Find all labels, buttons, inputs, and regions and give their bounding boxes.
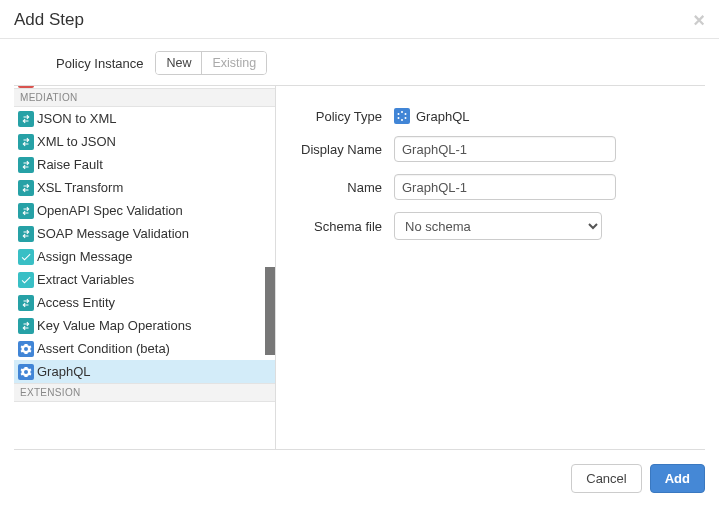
dialog-header: Add Step ×: [0, 0, 719, 38]
gear-icon: [18, 364, 34, 380]
policy-instance-existing-button[interactable]: Existing: [201, 52, 266, 74]
policy-form: Policy Type GraphQL Display Name Name: [276, 86, 705, 449]
add-button[interactable]: Add: [650, 464, 705, 493]
name-label: Name: [294, 180, 394, 195]
policy-instance-toggle: New Existing: [155, 51, 267, 75]
sidebar-item-label: OpenAPI Spec Validation: [37, 202, 183, 219]
swap-icon: [18, 203, 34, 219]
swap-icon: [18, 157, 34, 173]
dialog-title: Add Step: [14, 10, 84, 30]
sidebar-item-soap-message-validation[interactable]: SOAP Message Validation: [14, 222, 275, 245]
sidebar-item-label: Assert Condition (beta): [37, 340, 170, 357]
policy-instance-new-button[interactable]: New: [156, 52, 201, 74]
sidebar-item-label: JSON to XML: [37, 110, 116, 127]
name-input[interactable]: [394, 174, 616, 200]
sidebar-item-xsl-transform[interactable]: XSL Transform: [14, 176, 275, 199]
sidebar-item-label: Assign Message: [37, 248, 132, 265]
policy-instance-label: Policy Instance: [56, 56, 143, 71]
display-name-label: Display Name: [294, 142, 394, 157]
dialog-body: MEDIATIONJSON to XMLXML to JSONRaise Fau…: [14, 85, 705, 450]
sidebar-item-key-value-map-operations[interactable]: Key Value Map Operations: [14, 314, 275, 337]
close-icon[interactable]: ×: [693, 10, 705, 30]
sidebar-group-header: EXTENSION: [14, 383, 275, 402]
scrollbar-thumb[interactable]: [265, 267, 275, 355]
sidebar-item-label: GraphQL: [37, 363, 90, 380]
sidebar-item-label: Extract Variables: [37, 271, 134, 288]
sidebar-item-extract-variables[interactable]: Extract Variables: [14, 268, 275, 291]
schema-file-label: Schema file: [294, 219, 394, 234]
check-icon: [18, 272, 34, 288]
swap-icon: [18, 226, 34, 242]
swap-icon: [18, 111, 34, 127]
swap-icon: [18, 318, 34, 334]
policy-list-sidebar: MEDIATIONJSON to XMLXML to JSONRaise Fau…: [14, 86, 276, 449]
sidebar-group-header: MEDIATION: [14, 88, 275, 107]
sidebar-item-openapi-spec-validation[interactable]: OpenAPI Spec Validation: [14, 199, 275, 222]
policy-type-label: Policy Type: [294, 109, 394, 124]
swap-icon: [18, 134, 34, 150]
swap-icon: [18, 295, 34, 311]
cancel-button[interactable]: Cancel: [571, 464, 641, 493]
policy-type-value: GraphQL: [416, 109, 469, 124]
sidebar-item-assign-message[interactable]: Assign Message: [14, 245, 275, 268]
sidebar-item-xml-to-json[interactable]: XML to JSON: [14, 130, 275, 153]
dialog-footer: Cancel Add: [0, 450, 719, 507]
graphql-icon: [394, 108, 410, 124]
sidebar-item-raise-fault[interactable]: Raise Fault: [14, 153, 275, 176]
sidebar-item-label: XSL Transform: [37, 179, 123, 196]
check-icon: [18, 249, 34, 265]
display-name-input[interactable]: [394, 136, 616, 162]
sidebar-item-graphql[interactable]: GraphQL: [14, 360, 275, 383]
schema-file-select[interactable]: No schema: [394, 212, 602, 240]
sidebar-item-label: Raise Fault: [37, 156, 103, 173]
sidebar-item-assert-condition-beta[interactable]: Assert Condition (beta): [14, 337, 275, 360]
policy-instance-toolbar: Policy Instance New Existing: [0, 39, 719, 85]
swap-icon: [18, 180, 34, 196]
gear-icon: [18, 341, 34, 357]
sidebar-item-access-entity[interactable]: Access Entity: [14, 291, 275, 314]
sidebar-item-label: Key Value Map Operations: [37, 317, 191, 334]
add-step-dialog: Add Step × Policy Instance New Existing …: [0, 0, 719, 507]
sidebar-item-label: XML to JSON: [37, 133, 116, 150]
policy-icon: [18, 86, 34, 88]
sidebar-item-label: SOAP Message Validation: [37, 225, 189, 242]
sidebar-item-json-to-xml[interactable]: JSON to XML: [14, 107, 275, 130]
sidebar-item-label: Access Entity: [37, 294, 115, 311]
